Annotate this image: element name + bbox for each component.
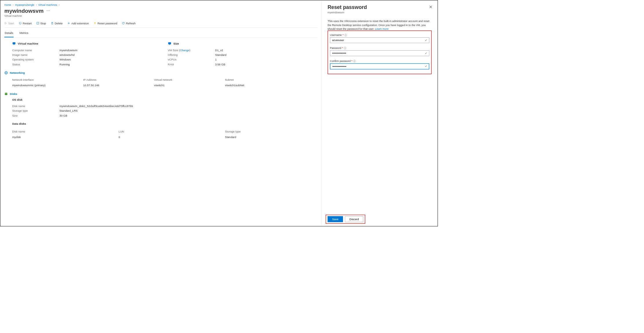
add-extension-label: Add extension [71,22,89,25]
header-lun: LUN [118,130,225,133]
value-data-disk-name: mydisk [12,136,118,139]
start-button[interactable]: Start [4,22,14,25]
label-os: Operating system [12,58,59,61]
value-disk-size: 30 GB [59,114,67,117]
start-label: Start [8,22,14,25]
page-subtitle: Virtual machine [4,14,318,17]
value-image-name: windowsvhd [59,53,74,56]
button-row: Save Discard [326,215,365,224]
svg-rect-4 [13,45,14,45]
password-label: Password* i [330,47,429,49]
breadcrumb-service[interactable]: Virtual machines [38,3,57,6]
label-computer-name: Computer name [12,49,59,52]
section-disks[interactable]: Disks [4,92,318,96]
checkmark-icon: ✓ [425,52,427,55]
value-os: Windows [59,58,71,61]
breadcrumb: Home › myasepro2single › Virtual machine… [4,3,318,6]
chevron-right-icon: › [13,3,14,6]
panel-title: Reset password [328,4,432,10]
value-ram: 3.58 GB [215,63,225,66]
value-status: Running [59,63,70,66]
panel-description: This uses the VMAccess extension to rese… [328,19,432,31]
chevron-right-icon: › [59,3,59,6]
chevron-right-icon: › [36,3,37,6]
label-ram: RAM [168,63,215,66]
svg-rect-6 [169,45,170,45]
breadcrumb-resource[interactable]: myasepro2single [15,3,34,6]
info-icon[interactable]: i [344,34,347,36]
data-disks-heading: Data disks [12,122,318,125]
info-icon[interactable]: i [353,60,356,62]
change-size-link[interactable]: Change [180,49,189,52]
value-computer-name: mywindowsvm [59,49,77,52]
refresh-icon [122,22,125,25]
label-vmsize: VM Size (Change) [168,49,215,52]
more-options-icon[interactable]: ⋯ [46,9,50,13]
stop-label: Stop [40,22,46,25]
value-nic: mywindowsvmnic (primary) [12,84,83,87]
networking-headers: Network interface IP Address Virtual net… [12,77,318,82]
value-vmsize: D1_v2 [215,49,223,52]
header-subnet: Subnet [225,78,272,81]
restart-button[interactable]: Restart [19,22,32,25]
value-subnet: vswitch1subNet [225,84,272,87]
svg-rect-5 [168,42,171,44]
reset-password-button[interactable]: Reset password [94,22,117,25]
plus-icon [67,22,70,25]
info-icon[interactable]: i [344,47,346,49]
networking-row: mywindowsvmnic (primary) 10.57.50.146 vs… [12,82,318,88]
svg-rect-2 [95,23,95,24]
svg-point-9 [5,93,8,94]
value-offering: Standard [215,53,227,56]
confirm-password-input[interactable] [330,63,429,69]
play-icon [4,22,7,25]
value-ip: 10.57.50.146 [83,84,154,87]
label-offering: Offering [168,53,215,56]
close-icon[interactable]: ✕ [429,5,433,9]
toolbar: Start Restart Stop Delete Add extension … [4,20,318,28]
value-storage-type: Standard_LRS [59,109,77,112]
section-networking[interactable]: Networking [4,71,318,74]
trash-icon [51,22,54,25]
header-ip: IP Address [83,78,154,81]
disks-icon [4,92,8,96]
label-status: Status [12,63,59,66]
refresh-label: Refresh [126,22,136,25]
stop-button[interactable]: Stop [37,22,46,25]
header-disk-name: Disk name [12,130,118,133]
breadcrumb-home[interactable]: Home [4,3,11,6]
tab-details[interactable]: Details [4,29,14,37]
data-disk-row: mydisk 0 Standard [12,134,318,140]
delete-label: Delete [55,22,63,25]
tab-metrics[interactable]: Metrics [19,29,29,37]
add-extension-button[interactable]: Add extension [67,22,89,25]
svg-point-10 [5,94,8,95]
tabs: Details Metrics [4,29,318,38]
header-nic: Network interface [12,78,83,81]
value-data-storage: Standard [225,136,264,139]
value-lun: 0 [118,136,225,139]
username-input[interactable] [330,37,429,43]
restart-icon [19,22,22,25]
form-highlight: Username* i ✓ Password* i ✓ [328,30,432,74]
header-storage: Storage type [225,130,264,133]
checkmark-icon: ✓ [425,39,427,42]
refresh-button[interactable]: Refresh [122,22,136,25]
section-vm: Virtual machine [12,42,162,45]
os-disk-heading: OS disk [12,98,318,101]
page-title: mywindowsvm [4,8,43,14]
data-disk-headers: Disk name LUN Storage type [12,129,318,134]
restart-label: Restart [23,22,32,25]
key-icon [94,22,96,25]
save-button[interactable]: Save [328,216,343,222]
delete-button[interactable]: Delete [51,22,63,25]
svg-rect-0 [37,22,39,24]
discard-button[interactable]: Discard [345,216,364,222]
panel-subtitle: mywindowsvm [328,11,432,14]
learn-more-link[interactable]: Learn more [375,27,388,30]
password-input[interactable] [330,50,429,56]
label-image-name: Image name [12,53,59,56]
checkmark-icon: ✓ [425,65,427,68]
value-vnet: vswitch1 [154,84,225,87]
label-disk-name: Disk name [12,104,59,108]
